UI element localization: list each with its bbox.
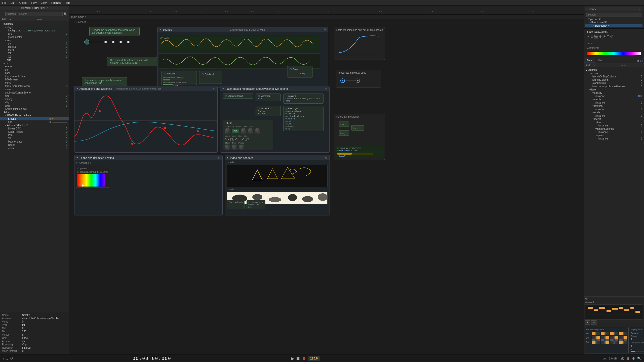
remove-midi-button[interactable]: −	[591, 320, 596, 325]
tree-item-back[interactable]: back	[0, 71, 69, 75]
pattern-cell[interactable]	[610, 332, 614, 335]
rt-time[interactable]: ▾ time	[584, 121, 644, 124]
tree-item-X2[interactable]: X2 0	[0, 55, 69, 58]
rt-time-instance[interactable]: instance 0	[584, 124, 644, 127]
pattern-cell[interactable]	[610, 336, 614, 340]
plus-icon[interactable]: ＋	[2, 12, 4, 16]
tree-item-go[interactable]: go 0	[0, 42, 69, 45]
pattern-cell[interactable]	[592, 340, 596, 344]
arp-forward[interactable]: Forward	[631, 332, 644, 334]
tree-item-dlight[interactable]: ▾ dlight	[0, 26, 69, 29]
example-synth[interactable]: ⬡ example-synthesizer timeInSeconds: 1.0…	[336, 146, 383, 158]
menu-item-view[interactable]: View	[41, 1, 47, 4]
javascript-node[interactable]: ⬡ Javascript Control 10.000	[256, 106, 281, 116]
breadcrumb-text[interactable]: main-page /	[71, 15, 86, 18]
tree-item-move[interactable]: move	[0, 81, 69, 84]
tree-item-spin[interactable]: spin 0	[0, 104, 69, 107]
record-button[interactable]: ⏺	[302, 356, 306, 361]
helm-synth-node[interactable]: ⬡ helm-synth cross_modulation 0.383333 o…	[283, 106, 324, 131]
trigger-zone[interactable]	[84, 39, 130, 44]
rt-launchOrStopColumn[interactable]: launchOrStopColumn 0	[584, 75, 644, 78]
sounds-header[interactable]: ▾ Sounds and effects like Faust or VST ⚙	[157, 27, 328, 32]
copy-icon[interactable]: ⧉	[591, 35, 593, 39]
search-icon[interactable]: 🔍	[64, 12, 67, 16]
power-icon[interactable]: ⏻	[621, 356, 624, 360]
pattern-cell[interactable]	[605, 340, 609, 344]
minimize-icon[interactable]: −	[636, 8, 637, 11]
tree-item-sub[interactable]: ▸ sub	[0, 58, 69, 62]
pattern-cell[interactable]	[605, 332, 609, 335]
pattern-cell[interactable]	[623, 332, 627, 335]
pattern-cell[interactable]	[614, 340, 618, 344]
pause-icon[interactable]: ⏸	[626, 356, 630, 360]
tree-item-arturia[interactable]: Arturia MiniLab mkII	[0, 107, 69, 111]
connection-icon[interactable]: ⬡	[640, 59, 642, 63]
rt-stopColumn[interactable]: stopColumn 0	[584, 81, 644, 85]
pattern-cell[interactable]	[601, 336, 605, 340]
rt-launchColumn[interactable]: launchColumn 0	[584, 78, 644, 81]
menu-item-edit[interactable]: Edit	[11, 1, 15, 4]
rt-scale-instance[interactable]: instance 0	[584, 114, 644, 117]
pattern-cell[interactable]	[619, 332, 623, 335]
menu-item-help[interactable]: Help	[65, 1, 70, 4]
rt-rotation[interactable]: ▾ rotation	[584, 104, 644, 108]
tree-item-transOverrideType[interactable]: transOverrideType	[0, 75, 69, 78]
camera-icon[interactable]: 📷	[594, 35, 598, 39]
pattern-cell[interactable]	[601, 340, 605, 344]
flag-icon[interactable]: ⚑	[603, 35, 606, 39]
mapping-float-node[interactable]: ⬡ Mapping (float)	[223, 94, 253, 99]
video-header[interactable]: ▾ Video and shaders ⚙	[225, 155, 330, 160]
settings-icon-bar[interactable]: ⚙	[632, 356, 635, 360]
rt-scale[interactable]: ▾ scale	[584, 111, 644, 114]
rt-layer[interactable]: ▾ layer	[584, 88, 644, 91]
rt-media2[interactable]: ▾ media	[584, 117, 644, 121]
tree-item-obs-go[interactable]: go	[0, 68, 69, 71]
dither-bayer-node[interactable]: ⬡ Dither-Bayer matrixMode 8x6	[247, 200, 265, 209]
vitalium-node[interactable]: ⬡ vitalium Oscillator 3 Frequency Morph …	[283, 94, 324, 104]
pattern-cell[interactable]	[610, 340, 614, 344]
pattern-node[interactable]: ⬡ pattern ⬡ dlight/background[color.arg]	[76, 166, 109, 188]
color-picker-bar[interactable]	[587, 52, 641, 55]
pattern-cell[interactable]	[623, 336, 627, 340]
tree-item-tilt[interactable]: Tilt 0	[0, 137, 69, 140]
rt-media-instance[interactable]: instance 0	[584, 101, 644, 104]
crosshatch-node[interactable]: ⬡ Crosshatch	[227, 200, 245, 209]
pattern-cell[interactable]	[605, 336, 609, 340]
pattern-cell[interactable]	[596, 332, 600, 335]
tree-item-grandmaster[interactable]: grandmaster	[0, 35, 69, 39]
scissors-icon[interactable]: ✂	[587, 35, 590, 39]
tree-item-zoom[interactable]: Zoom 0	[0, 147, 69, 150]
rt-rotation-instance[interactable]: instance 0	[584, 108, 644, 111]
arp-octave[interactable]: 1	[631, 338, 644, 340]
tree-item-millumin[interactable]: ▾ millumin	[0, 22, 69, 26]
tree-item-smoke[interactable]: Smoke 0	[0, 117, 69, 120]
loops-header[interactable]: ▾ Loops and unlimited nesting ⚙	[74, 155, 222, 160]
history-search[interactable]	[586, 13, 641, 17]
automations-header[interactable]: ▾ Automations and tweening Artnet:/Leda …	[74, 86, 217, 91]
add-midi-button[interactable]: +	[585, 320, 590, 325]
tree-item-size[interactable]: size 0	[0, 94, 69, 98]
micromap-node[interactable]: ⬡ Micromap x / 127	[256, 94, 281, 101]
rt-timeInSeconds[interactable]: ▾ timeInSeconds	[584, 127, 644, 130]
tree-item-circ[interactable]: circ 0	[0, 32, 69, 35]
menu-item-play[interactable]: Play	[31, 1, 37, 4]
tree-item-scene[interactable]: scene	[0, 65, 69, 68]
tree-item-linearCTO[interactable]: Linear CTO 0	[0, 127, 69, 130]
bpm-display[interactable]: 120.0	[308, 356, 320, 361]
tab-list[interactable]: List	[595, 58, 605, 63]
lfo-node[interactable]: ⬡ LFO Frequency Ampl Flow Jitter Half	[223, 120, 273, 150]
rt-speed-instance[interactable]: instance 0	[584, 137, 644, 140]
tree-item-duplicateCurrentScene[interactable]: duplicateCurrentScene	[0, 91, 69, 94]
tree-item-align[interactable]: align 0	[0, 101, 69, 104]
patch-header[interactable]: ▾ Patch-based modulation and Javascript …	[220, 86, 329, 91]
tree-item-colorPresets[interactable]: Color Presets 0	[0, 130, 69, 133]
search-input[interactable]	[18, 12, 63, 16]
pattern-cell[interactable]	[592, 332, 596, 335]
pattern-cell[interactable]	[596, 336, 600, 340]
tree-item-h2000[interactable]: ▾ H2000 Faze Machine	[0, 114, 69, 117]
tree-item-transOverrideDuration[interactable]: transOverrideDuration 0	[0, 84, 69, 88]
piano-roll[interactable]	[585, 304, 643, 320]
tree-item-fan[interactable]: Fan 0	[0, 120, 69, 124]
stop-button[interactable]: ⏹	[296, 356, 300, 361]
text-icon[interactable]: T	[607, 35, 609, 39]
